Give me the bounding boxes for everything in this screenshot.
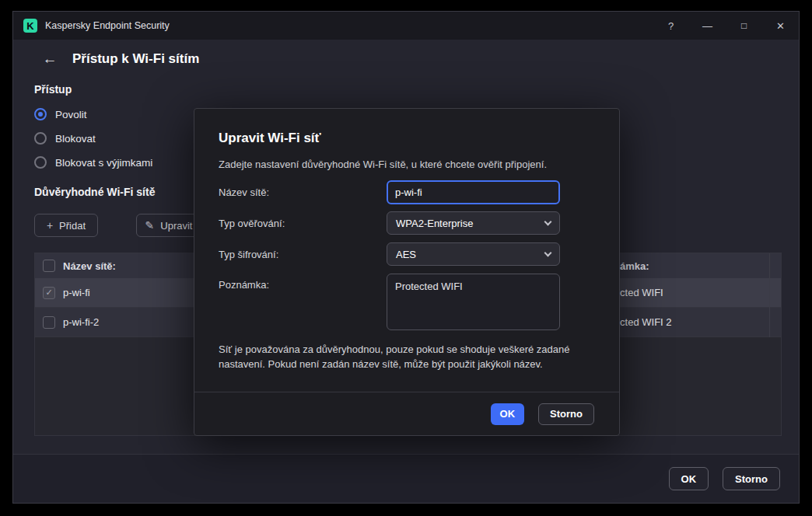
trusted-heading: Důvěryhodné Wi-Fi sítě (34, 186, 155, 198)
app-title: Kaspersky Endpoint Security (45, 20, 170, 31)
kaspersky-logo-icon: K (23, 19, 37, 33)
edit-button-label: Upravit (160, 220, 192, 232)
titlebar: K Kaspersky Endpoint Security ? — □ ✕ (13, 12, 799, 40)
screen: K Kaspersky Endpoint Security ? — □ ✕ ← … (0, 0, 812, 516)
radio-option-povolit[interactable]: Povolit (34, 106, 152, 122)
chevron-down-icon (544, 218, 552, 225)
dialog-footer: OK Storno (194, 392, 619, 435)
encryption-type-select[interactable]: AES (387, 242, 560, 266)
add-button-label: Přidat (59, 220, 86, 232)
app-window: K Kaspersky Endpoint Security ? — □ ✕ ← … (12, 11, 800, 504)
auth-type-label: Typ ověřování: (219, 218, 285, 229)
row-checkbox[interactable]: ✓ (43, 287, 55, 299)
dialog-hint: Síť je považována za důvěryhodnou, pouze… (219, 342, 601, 371)
access-heading: Přístup (34, 83, 72, 96)
table-column-divider (769, 253, 770, 337)
radio-povolit-label: Povolit (55, 109, 87, 120)
row-name-cell: p-wi-fi-2 (63, 316, 99, 328)
window-controls: ? — □ ✕ (653, 12, 799, 40)
auth-type-value: WPA2-Enterprise (396, 218, 473, 229)
page-ok-button[interactable]: OK (669, 467, 709, 490)
plus-icon: + (47, 219, 53, 232)
page-footer: OK Storno (13, 454, 799, 503)
auth-type-select[interactable]: WPA2-Enterprise (387, 211, 560, 235)
help-button[interactable]: ? (653, 12, 689, 40)
note-label: Poznámka: (219, 279, 269, 291)
add-button[interactable]: + Přidat (34, 214, 98, 237)
row-checkbox[interactable] (43, 316, 55, 329)
page-title: Přístup k Wi-Fi sítím (72, 51, 199, 67)
name-column-header: Název sítě: (63, 260, 116, 272)
pencil-icon: ✎ (145, 219, 155, 232)
radio-vyjimky-icon[interactable] (34, 156, 47, 169)
network-name-label: Název sítě: (219, 187, 269, 198)
dialog-cancel-button[interactable]: Storno (538, 403, 594, 425)
dialog-title: Upravit Wi-Fi síť (219, 131, 321, 146)
network-name-input[interactable] (387, 180, 560, 204)
select-all-checkbox[interactable] (43, 260, 55, 272)
dialog-ok-button[interactable]: OK (491, 403, 525, 425)
note-textarea[interactable]: Protected WIFI (387, 274, 560, 330)
radio-vyjimky-label: Blokovat s výjimkami (55, 157, 152, 169)
page-header: ← Přístup k Wi-Fi sítím (40, 49, 199, 69)
edit-button[interactable]: ✎ Upravit (136, 214, 201, 237)
close-button[interactable]: ✕ (762, 12, 799, 40)
check-icon: ✓ (45, 288, 52, 298)
page-cancel-button[interactable]: Storno (723, 467, 780, 490)
access-radio-group: Povolit Blokovat Blokovat s výjimkami (34, 106, 152, 179)
dialog-description: Zadejte nastavení důvěryhodné Wi-Fi sítě… (219, 159, 547, 170)
chevron-down-icon (544, 249, 552, 256)
minimize-button[interactable]: — (689, 12, 726, 40)
encryption-type-label: Typ šifrování: (219, 249, 278, 260)
edit-wifi-dialog: Upravit Wi-Fi síť Zadejte nastavení důvě… (194, 108, 620, 436)
row-name-cell: p-wi-fi (63, 287, 90, 298)
radio-option-blokovat[interactable]: Blokovat (34, 131, 152, 146)
radio-blokovat-label: Blokovat (55, 133, 96, 145)
encryption-type-value: AES (396, 249, 416, 260)
back-button[interactable]: ← (40, 49, 60, 69)
radio-povolit-icon[interactable] (34, 108, 47, 120)
radio-option-blokovat-s-vyjimkami[interactable]: Blokovat s výjimkami (34, 155, 152, 170)
radio-blokovat-icon[interactable] (34, 132, 47, 145)
maximize-button[interactable]: □ (726, 12, 762, 40)
